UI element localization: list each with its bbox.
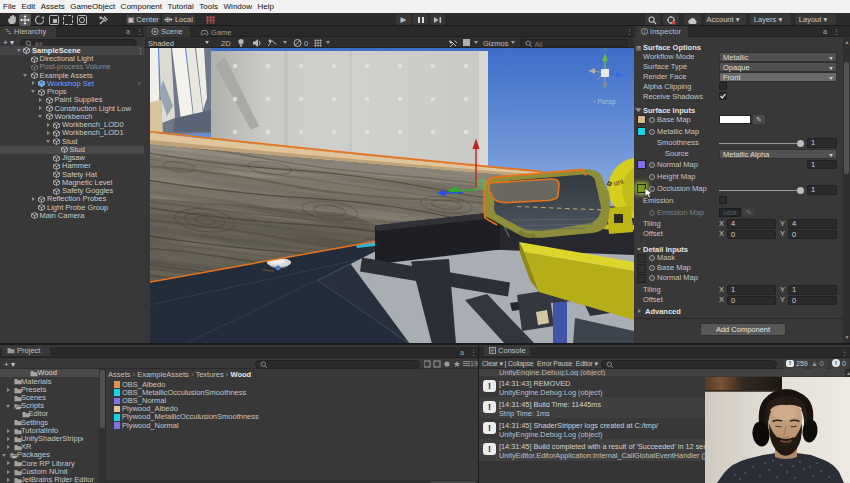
svg-text:‹ Persp: ‹ Persp [593,98,616,106]
svg-text:Z: Z [625,73,629,79]
svg-text:Y: Y [603,48,607,52]
